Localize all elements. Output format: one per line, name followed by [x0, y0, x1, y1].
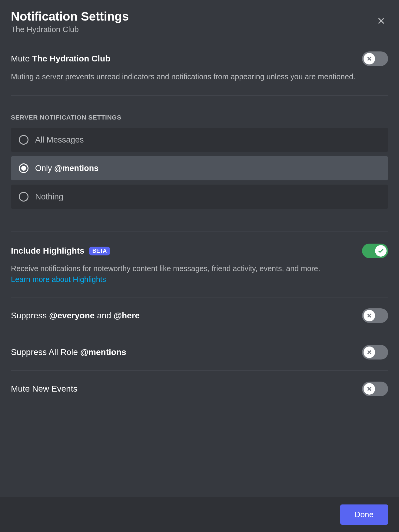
radio-indicator: [19, 163, 28, 173]
notification-settings-modal: Notification Settings The Hydration Club…: [0, 0, 399, 532]
toggle-thumb: [364, 53, 375, 64]
highlights-title: Include Highlights: [11, 246, 85, 256]
radio-all-messages[interactable]: All Messages: [11, 128, 388, 152]
beta-badge: BETA: [89, 247, 111, 255]
radio-label-text: All Messages: [35, 135, 84, 144]
toggle-thumb: [364, 383, 375, 395]
close-button[interactable]: [374, 14, 388, 29]
radio-label-text: Nothing: [35, 192, 63, 201]
toggle-thumb: [364, 310, 375, 321]
x-icon: [366, 349, 373, 356]
suppress-roles-label: Suppress All Role @mentions: [11, 347, 126, 357]
label-bold: @mentions: [80, 347, 126, 357]
toggle-thumb: [375, 245, 387, 257]
server-name-subtitle: The Hydration Club: [11, 25, 129, 34]
highlights-row: Include Highlights BETA: [11, 244, 388, 258]
mute-label: Mute The Hydration Club: [11, 54, 110, 64]
radio-label: Nothing: [35, 192, 63, 202]
mute-label-servername: The Hydration Club: [32, 54, 110, 63]
done-button[interactable]: Done: [340, 504, 388, 525]
radio-label-prefix: Only: [35, 164, 54, 173]
modal-header: Notification Settings The Hydration Club: [0, 0, 399, 43]
modal-content: Mute The Hydration Club Muting a server …: [0, 43, 399, 497]
toggle-thumb: [364, 346, 375, 358]
suppress-everyone-toggle[interactable]: [362, 308, 388, 323]
section-heading: SERVER NOTIFICATION SETTINGS: [11, 114, 388, 121]
highlights-toggle[interactable]: [362, 244, 388, 258]
highlights-title-row: Include Highlights BETA: [11, 246, 110, 256]
mute-toggle[interactable]: [362, 51, 388, 66]
radio-only-mentions[interactable]: Only @mentions: [11, 156, 388, 180]
suppress-roles-row: Suppress All Role @mentions: [11, 334, 388, 371]
page-title: Notification Settings: [11, 10, 129, 23]
highlights-description: Receive notifications for noteworthy con…: [11, 263, 388, 274]
mute-row: Mute The Hydration Club: [11, 51, 388, 66]
x-icon: [366, 55, 373, 62]
modal-footer: Done: [0, 497, 399, 532]
close-icon: [376, 16, 386, 26]
learn-more-link[interactable]: Learn more about Highlights: [11, 275, 106, 284]
x-icon: [366, 386, 373, 392]
mute-label-prefix: Mute: [11, 54, 32, 63]
mute-server-section: Mute The Hydration Club Muting a server …: [11, 43, 388, 96]
header-text: Notification Settings The Hydration Club: [11, 10, 129, 34]
mute-description: Muting a server prevents unread indicato…: [11, 71, 368, 82]
mute-events-row: Mute New Events: [11, 371, 388, 407]
radio-nothing[interactable]: Nothing: [11, 185, 388, 209]
radio-indicator: [19, 192, 28, 202]
label-text: Suppress All Role: [11, 347, 80, 357]
suppress-everyone-row: Suppress @everyone and @here: [11, 297, 388, 334]
radio-label: All Messages: [35, 135, 84, 145]
label-text: and: [95, 311, 113, 320]
check-icon: [377, 248, 384, 254]
suppress-roles-toggle[interactable]: [362, 345, 388, 360]
highlights-section: Include Highlights BETA Receive notifica…: [11, 232, 388, 297]
radio-indicator: [19, 135, 28, 145]
mute-events-toggle[interactable]: [362, 382, 388, 396]
suppress-everyone-label: Suppress @everyone and @here: [11, 311, 140, 320]
mute-events-label: Mute New Events: [11, 384, 77, 394]
x-icon: [366, 312, 373, 319]
radio-label: Only @mentions: [35, 164, 98, 173]
label-text: Suppress: [11, 311, 49, 320]
label-bold: @everyone: [49, 311, 95, 320]
label-bold: @here: [114, 311, 140, 320]
server-notification-section: SERVER NOTIFICATION SETTINGS All Message…: [11, 96, 388, 232]
radio-label-bold: @mentions: [54, 164, 98, 173]
